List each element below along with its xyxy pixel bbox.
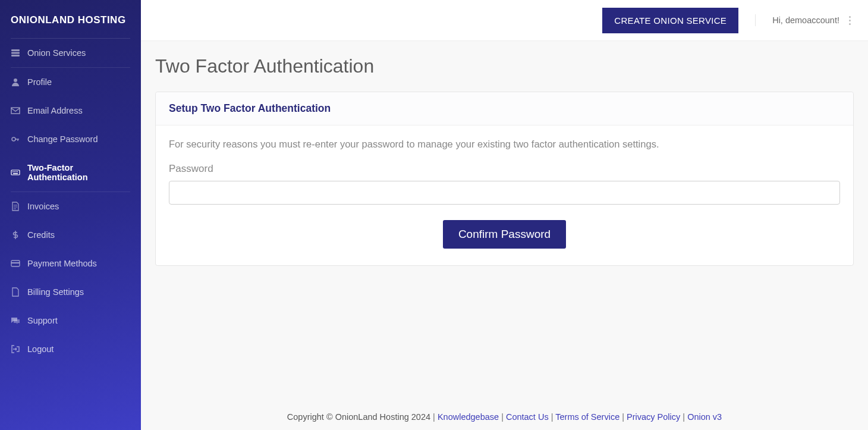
svg-rect-12 [11,262,20,263]
password-label: Password [169,163,840,175]
greeting-text: Hi, demoaccount! [772,15,839,25]
main-area: CREATE ONION SERVICE Hi, demoaccount! Tw… [141,0,868,430]
footer-link-privacy-policy[interactable]: Privacy Policy [627,412,680,422]
keyboard-icon [11,168,20,177]
user-icon [11,77,20,87]
copyright-text: Copyright © OnionLand Hosting 2024 [287,412,430,422]
sidebar-item-payment-methods[interactable]: Payment Methods [0,249,141,278]
file-invoice-icon [11,202,20,211]
server-icon [11,48,20,58]
confirm-password-button[interactable]: Confirm Password [443,220,566,249]
logout-icon [11,344,20,354]
topbar: CREATE ONION SERVICE Hi, demoaccount! [141,0,868,41]
credit-card-icon [11,259,20,268]
svg-point-3 [14,79,17,82]
sidebar-item-label: Credits [27,230,55,240]
sidebar-item-label: Invoices [27,202,59,211]
svg-rect-5 [11,170,20,175]
sidebar-item-label: Logout [27,344,54,354]
card-title: Setup Two Factor Authentication [156,92,853,125]
footer: Copyright © OnionLand Hosting 2024 | Kno… [141,399,868,430]
file-icon [11,287,20,297]
svg-point-4 [12,137,15,141]
sidebar-item-label: Onion Services [27,48,86,58]
dollar-icon [11,230,20,240]
setup-2fa-card: Setup Two Factor Authentication For secu… [155,92,854,266]
svg-rect-2 [11,55,20,57]
svg-rect-10 [13,173,18,174]
svg-rect-9 [17,171,18,172]
envelope-icon [11,106,20,115]
user-greeting[interactable]: Hi, demoaccount! [755,14,854,26]
svg-rect-7 [14,171,15,172]
kebab-menu-icon[interactable] [845,14,854,26]
sidebar-item-label: Support [27,316,58,325]
footer-link-onion-v3[interactable]: Onion v3 [687,412,722,422]
key-icon [11,134,20,144]
svg-rect-8 [15,171,17,172]
content: Two Factor Authentication Setup Two Fact… [141,41,868,399]
sidebar-item-email-address[interactable]: Email Address [0,96,141,125]
info-text: For security reasons you must re-enter y… [169,139,840,150]
sidebar-item-label: Payment Methods [27,259,97,268]
brand-title[interactable]: ONIONLAND HOSTING [0,0,141,38]
sidebar-item-billing-settings[interactable]: Billing Settings [0,278,141,306]
footer-link-knowledgebase[interactable]: Knowledgebase [438,412,499,422]
footer-link-contact-us[interactable]: Contact Us [506,412,549,422]
sidebar-item-profile[interactable]: Profile [0,68,141,96]
sidebar-item-logout[interactable]: Logout [0,335,141,363]
sidebar-item-onion-services[interactable]: Onion Services [0,39,141,67]
sidebar-item-label: Two-Factor Authentication [27,163,130,182]
sidebar-item-invoices[interactable]: Invoices [0,192,141,221]
sidebar-item-label: Billing Settings [27,287,84,297]
comments-icon [11,316,20,325]
sidebar-item-credits[interactable]: Credits [0,221,141,249]
sidebar-nav: Onion Services Profile Email Address [0,39,141,363]
sidebar-item-two-factor-authentication[interactable]: Two-Factor Authentication [0,153,141,192]
svg-rect-0 [11,49,20,51]
page-title: Two Factor Authentication [155,55,854,77]
sidebar-item-label: Profile [27,77,52,87]
create-onion-service-button[interactable]: CREATE ONION SERVICE [602,8,738,33]
sidebar-item-support[interactable]: Support [0,306,141,335]
sidebar-item-label: Change Password [27,134,98,144]
sidebar-item-change-password[interactable]: Change Password [0,125,141,153]
sidebar-item-label: Email Address [27,106,83,115]
svg-rect-6 [12,171,14,172]
svg-rect-1 [11,52,20,54]
footer-link-terms-of-service[interactable]: Terms of Service [555,412,619,422]
password-input[interactable] [169,181,840,205]
sidebar: ONIONLAND HOSTING Onion Services Profile [0,0,141,430]
